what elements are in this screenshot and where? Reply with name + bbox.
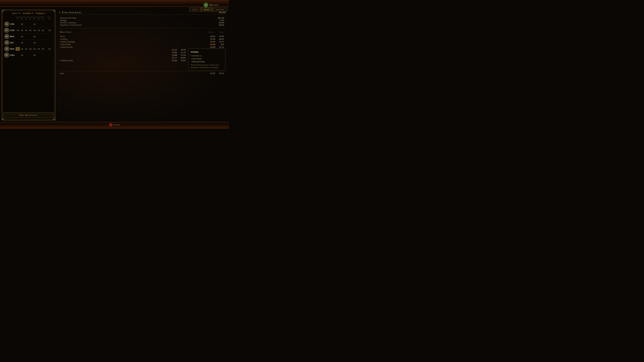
- con-l60[interactable]: +1: [36, 29, 40, 32]
- wis-l80[interactable]: +1: [45, 48, 54, 50]
- total-item-level-row: ⚔ Total Item Level 48,594: [59, 11, 226, 15]
- int-badge: 19 INT: [3, 40, 16, 45]
- stat-forte: Forte 33,767 45.7%: [59, 72, 226, 75]
- con-l20[interactable]: +1: [20, 29, 24, 32]
- secondary-stats-list: 42,315 49.5% 32,492 41.1% 34,848 47.3%: [59, 48, 187, 70]
- power-total: 70.8%: [217, 35, 224, 37]
- accuracy-label: Accuracy: [60, 38, 205, 40]
- sec-stat-4-total: 46.9%: [179, 57, 186, 59]
- corner-bl: [2, 118, 4, 120]
- stat-critical-strike: Critical Strike 49,106 56%: [59, 43, 226, 46]
- overflow-value: 86,046: [219, 22, 224, 24]
- sec-stat-5-rating: 32,492: [169, 59, 177, 61]
- forte-label: Forte: [60, 72, 205, 74]
- corner-br: [53, 118, 55, 120]
- con-l30[interactable]: +1: [24, 29, 28, 32]
- attr-rows: 16 STR +1 +1 23 CON +1 +1 +: [3, 21, 54, 111]
- stat-row-overflow: Overflow Experience 86,046: [59, 21, 226, 24]
- main-stats-label: Main Stats: [60, 31, 72, 33]
- cha-l50[interactable]: +1: [32, 54, 36, 56]
- tooltip-item-1: Control Resist: [191, 57, 223, 60]
- con-value: 23: [4, 28, 9, 33]
- main-stats-header: Main Stats Rating Total: [59, 30, 226, 34]
- critical-severity-label: Critical Severity: [60, 46, 205, 48]
- sec-stat-5-label: Combat Severity: [60, 59, 167, 61]
- right-panel: ⚔ Total Item Level 48,594 Maximum Hit Po…: [57, 10, 228, 120]
- wisdom-tooltip: Wisdom Contributes to: Control Resist Ou…: [188, 48, 226, 70]
- int-l50[interactable]: +1: [32, 41, 36, 44]
- wis-l50[interactable]: +1: [32, 48, 36, 50]
- pending-value: 0: [44, 12, 45, 14]
- power-rating: 48,362: [207, 35, 215, 37]
- power-label: Power: [60, 35, 205, 37]
- wis-l70[interactable]: +1: [41, 48, 44, 50]
- str-badge: 16 STR: [3, 22, 16, 27]
- cha-l20[interactable]: +1: [20, 54, 24, 56]
- col-headers: Rating Total: [208, 31, 224, 33]
- rating-col-header: Rating: [208, 31, 214, 33]
- dex-l50[interactable]: +1: [32, 35, 36, 38]
- str-l50[interactable]: +1: [32, 23, 36, 25]
- con-l40[interactable]: +1: [28, 29, 32, 32]
- wis-l20[interactable]: +1: [20, 48, 24, 50]
- level-header-30: Level30: [24, 16, 28, 20]
- wis-badge: 29 WIS: [3, 46, 16, 51]
- hp-value: 680,748: [218, 17, 224, 19]
- tooltip-title: Wisdom: [191, 50, 223, 54]
- close-button[interactable]: Close: [109, 123, 120, 126]
- stat-row-exp: Experience to Next Reward 38,954: [59, 24, 226, 26]
- stat-critical-severity: Critical Severity 36,499 61.3%: [59, 46, 226, 48]
- level-header-empty: [3, 16, 16, 20]
- str-label: STR: [10, 23, 14, 25]
- character-info: 🌿 Devout: [204, 3, 219, 7]
- dex-l20[interactable]: +1: [20, 35, 24, 38]
- spent-label: Spent:: [12, 12, 18, 14]
- main-container: Spent: 24 Available: 0 Pending: 0 Level1…: [2, 10, 228, 120]
- available-label: Available:: [22, 12, 32, 14]
- corner-tl: [2, 10, 4, 12]
- sec-stat-4-rating: 32,717: [169, 57, 177, 59]
- con-l10[interactable]: +1: [16, 29, 20, 32]
- forte-total: 45.7%: [217, 72, 224, 74]
- wis-l40[interactable]: +1: [28, 48, 32, 50]
- damage-value: 5,345: [220, 19, 224, 21]
- exp-value: 38,954: [219, 24, 224, 26]
- accuracy-total: 46.6%: [217, 38, 224, 40]
- free-retraining-button[interactable]: Free Retraining: [3, 112, 54, 118]
- level-header-80: Level80: [45, 16, 54, 20]
- int-l20[interactable]: +1: [20, 41, 24, 44]
- pending-label: Pending:: [36, 12, 44, 14]
- con-l70[interactable]: +1: [41, 29, 44, 32]
- wis-l60[interactable]: +1: [36, 48, 40, 50]
- available-value: 0: [32, 12, 33, 14]
- sec-stat-3: 34,848 47.3%: [59, 54, 187, 56]
- hp-label: Maximum Hit Points: [60, 17, 76, 19]
- con-l50[interactable]: +1: [32, 29, 36, 32]
- stat-row-damage: Damage 5,345: [59, 19, 226, 21]
- stat-combat-advantage: Combat Advantage 34,336 36.7%: [59, 40, 226, 43]
- wis-l30[interactable]: +1: [24, 48, 28, 50]
- sec-stat-4: 32,717 46.9%: [59, 56, 187, 59]
- corner-tr: [53, 10, 55, 12]
- close-label: Close: [114, 123, 120, 126]
- sec-stat-5-total: 35.9%: [179, 59, 186, 61]
- wis-l10[interactable]: +1: [16, 47, 20, 51]
- overflow-label: Overflow Experience: [60, 22, 77, 24]
- con-l80[interactable]: +1: [45, 29, 54, 32]
- level-header-50: Level50: [32, 16, 36, 20]
- level-header-10: Level10: [16, 16, 20, 20]
- str-value: 16: [4, 22, 10, 27]
- combat-advantage-total: 36.7%: [217, 41, 224, 43]
- stat-power: Power 48,362 70.8%: [59, 35, 226, 38]
- total-item-level-value: 48,594: [219, 11, 226, 14]
- str-l20[interactable]: +1: [20, 23, 24, 25]
- level-header-row: Level10 Level20 Level30 Level40 Level50 …: [3, 16, 54, 20]
- main-stats-area: Power 48,362 70.8% Accuracy 34,192 46.6%…: [59, 35, 226, 75]
- sec-stat-2-rating: 32,492: [169, 51, 177, 53]
- accuracy-rating: 34,192: [207, 38, 215, 40]
- con-label: CON: [10, 29, 14, 32]
- character-icon: 🌿: [204, 3, 208, 7]
- attr-row-con: 23 CON +1 +1 +1 +1 +1 +1 +1 +1: [3, 27, 54, 33]
- attr-row-cha: 19 CHA +1 +1: [3, 52, 54, 58]
- int-label: INT: [10, 41, 14, 44]
